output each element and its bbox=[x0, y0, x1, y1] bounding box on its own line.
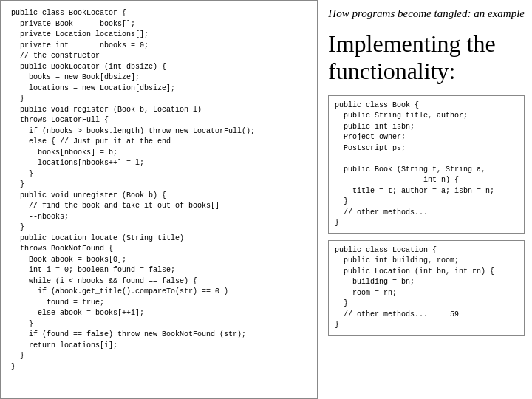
left-code-block: public class BookLocator { private Book … bbox=[11, 8, 307, 372]
code-box-location: public class Location { public int build… bbox=[328, 240, 525, 336]
page-title: How programs become tangled: an example bbox=[328, 6, 525, 21]
right-panel: How programs become tangled: an example … bbox=[318, 0, 532, 399]
main-heading: Implementing the functionality: bbox=[328, 30, 525, 85]
left-panel: public class BookLocator { private Book … bbox=[0, 0, 318, 399]
code-box-book: public class Book { public String title,… bbox=[328, 95, 525, 234]
